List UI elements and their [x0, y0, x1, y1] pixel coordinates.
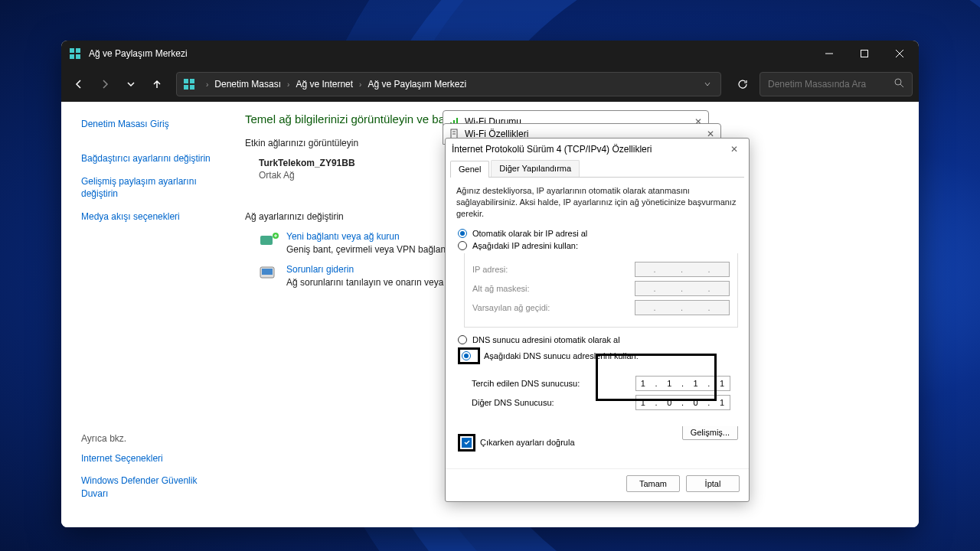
- sidebar-defender-link[interactable]: Windows Defender Güvenlik Duvarı: [81, 472, 219, 503]
- svg-rect-1: [76, 48, 80, 53]
- troubleshoot-link[interactable]: Sorunları giderin: [286, 264, 456, 275]
- new-connection-desc: Geniş bant, çevirmeli veya VPN bağlantıs: [286, 244, 456, 255]
- radio-icon: [458, 335, 467, 344]
- ip-address-field: ...: [635, 262, 730, 277]
- search-box[interactable]: [760, 72, 913, 96]
- close-button[interactable]: [882, 41, 917, 67]
- up-button[interactable]: [145, 73, 168, 96]
- highlight-box: [458, 347, 480, 364]
- back-button[interactable]: [67, 73, 90, 96]
- subnet-label: Alt ağ maskesi:: [472, 284, 635, 293]
- maximize-button[interactable]: [847, 41, 882, 67]
- checkbox-icon: [462, 438, 472, 448]
- app-icon: [69, 47, 81, 60]
- sidebar-sharing-link[interactable]: Gelişmiş paylaşım ayarlarını değiştirin: [81, 173, 219, 204]
- breadcrumb-item[interactable]: Ağ ve Internet: [294, 79, 354, 90]
- forward-button[interactable]: [93, 73, 116, 96]
- svg-rect-5: [861, 51, 868, 57]
- sidebar-adapter-link[interactable]: Bağdaştırıcı ayarlarını değiştirin: [81, 150, 219, 168]
- titlebar[interactable]: Ağ ve Paylaşım Merkezi: [61, 41, 919, 67]
- svg-rect-17: [262, 269, 273, 275]
- gateway-label: Varsayılan ağ geçidi:: [472, 303, 635, 312]
- dns-pref-field[interactable]: 1.1.1.1: [635, 376, 730, 391]
- svg-point-12: [895, 79, 901, 85]
- svg-rect-10: [184, 85, 188, 90]
- breadcrumb-item[interactable]: Denetim Masası: [213, 79, 283, 90]
- svg-rect-14: [260, 236, 273, 245]
- tab-alt-config[interactable]: Diğer Yapılandırma: [491, 160, 580, 177]
- svg-rect-9: [190, 79, 194, 83]
- sidebar-media-link[interactable]: Medya akışı seçenekleri: [81, 208, 219, 226]
- validate-checkbox-row[interactable]: Çıkarken ayarları doğrula: [458, 434, 575, 452]
- radio-dns-manual[interactable]: Aşağıdaki DNS sunucu adreslerini kullan:: [458, 347, 738, 364]
- dns-alt-field[interactable]: 1.0.0.1: [635, 395, 730, 410]
- dialog-title: İnternet Protokolü Sürüm 4 (TCP/IPv4) Öz…: [452, 144, 652, 155]
- radio-icon: [462, 351, 471, 360]
- tab-general[interactable]: Genel: [450, 161, 489, 178]
- sidebar-internet-opts-link[interactable]: Internet Seçenekleri: [81, 450, 219, 468]
- search-input[interactable]: [768, 79, 894, 90]
- dns-alt-label: Diğer DNS Sunucusu:: [472, 398, 635, 407]
- radio-dns-auto[interactable]: DNS sunucu adresini otomatik olarak al: [458, 335, 738, 344]
- new-connection-link[interactable]: Yeni bağlantı veya ağ kurun: [286, 231, 456, 242]
- tabs: Genel Diğer Yapılandırma: [450, 160, 744, 178]
- advanced-button[interactable]: Gelişmiş...: [682, 426, 738, 440]
- highlight-box: [458, 434, 475, 452]
- minimize-button[interactable]: [812, 41, 847, 67]
- breadcrumb-item[interactable]: Ağ ve Paylaşım Merkezi: [366, 79, 468, 90]
- ok-button[interactable]: Tamam: [626, 475, 680, 492]
- svg-rect-2: [70, 54, 74, 59]
- gateway-field: ...: [635, 300, 730, 315]
- new-connection-icon: [259, 231, 280, 249]
- toolbar: › Denetim Masası › Ağ ve Internet › Ağ v…: [61, 67, 919, 102]
- troubleshoot-desc: Ağ sorunlarını tanılayın ve onarın veya …: [286, 277, 456, 288]
- search-icon: [894, 77, 904, 91]
- ipv4-properties-dialog: İnternet Protokolü Sürüm 4 (TCP/IPv4) Öz…: [445, 138, 750, 502]
- svg-rect-0: [70, 48, 74, 53]
- radio-ip-manual[interactable]: Aşağıdaki IP adresini kullan:: [458, 241, 738, 250]
- refresh-button[interactable]: [729, 72, 756, 96]
- window-title: Ağ ve Paylaşım Merkezi: [89, 48, 812, 59]
- svg-line-13: [900, 84, 903, 87]
- radio-ip-auto[interactable]: Otomatik olarak bir IP adresi al: [458, 229, 738, 238]
- svg-rect-3: [76, 54, 80, 59]
- sidebar-see-also-label: Ayrıca bkz.: [81, 433, 219, 444]
- troubleshoot-icon: [259, 264, 280, 282]
- chevron-down-icon[interactable]: [701, 77, 714, 91]
- address-icon: [183, 78, 195, 90]
- address-bar[interactable]: › Denetim Masası › Ağ ve Internet › Ağ v…: [176, 72, 721, 96]
- dns-pref-label: Tercih edilen DNS sunucusu:: [472, 379, 635, 388]
- subnet-field: ...: [635, 281, 730, 296]
- ip-address-label: IP adresi:: [472, 265, 635, 274]
- radio-icon: [458, 241, 467, 250]
- cancel-button[interactable]: İptal: [686, 475, 740, 492]
- chevron-right-icon: ›: [283, 80, 294, 89]
- svg-rect-8: [184, 79, 188, 83]
- dialog-titlebar[interactable]: İnternet Protokolü Sürüm 4 (TCP/IPv4) Öz…: [446, 139, 749, 160]
- radio-icon: [458, 229, 467, 238]
- chevron-right-icon: ›: [201, 80, 213, 89]
- sidebar-home-link[interactable]: Denetim Masası Giriş: [81, 116, 219, 133]
- chevron-right-icon: ›: [354, 80, 366, 89]
- history-dropdown[interactable]: [119, 73, 142, 96]
- close-icon[interactable]: ✕: [726, 144, 743, 155]
- sidebar: Denetim Masası Giriş Bağdaştırıcı ayarla…: [61, 102, 230, 527]
- help-text: Ağınız destekliyorsa, IP ayarlarının oto…: [456, 185, 738, 220]
- svg-rect-11: [190, 85, 194, 90]
